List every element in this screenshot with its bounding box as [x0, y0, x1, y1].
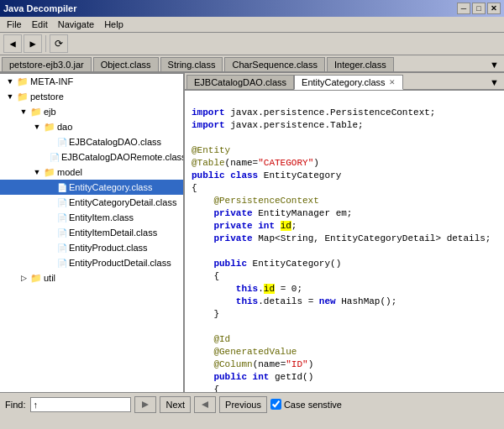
svg-marker-0 [142, 401, 149, 408]
tree-node-entityitemdetail[interactable]: ▷ 📄 EntityItemDetail.class [0, 225, 183, 240]
menu-file[interactable]: File [2, 18, 27, 30]
tree-node-ejbcatalogdaoremote[interactable]: ▷ 📄 EJBCatalogDAORemote.class [0, 149, 183, 165]
tree-node-util[interactable]: ▷ 📁 util [0, 270, 183, 285]
folder-icon-petstore: 📁 [17, 92, 29, 102]
tab-charsequence-class[interactable]: CharSequence.class [224, 57, 325, 71]
file-icon-entitycategorydetail: 📄 [57, 198, 67, 207]
code-content[interactable]: import javax.persistence.PersistenceCont… [185, 91, 504, 392]
menu-help[interactable]: Help [99, 18, 129, 30]
folder-icon-model: 📁 [44, 167, 55, 178]
content-area: ▼ 📁 META-INF ▼ 📁 petstore ▼ 📁 ejb ▼ 📁 da… [0, 73, 504, 392]
tab-entitycategory[interactable]: EntityCategory.class ✕ [294, 75, 402, 90]
minimize-button[interactable]: ─ [457, 3, 470, 14]
tab-charsequence-label: CharSequence.class [232, 60, 318, 70]
folder-icon-util: 📁 [30, 273, 42, 284]
label-ejb: ejb [44, 107, 56, 117]
tree-node-ejb[interactable]: ▼ 📁 ejb [0, 104, 183, 119]
tab-entitycategory-close[interactable]: ✕ [389, 78, 396, 86]
back-button[interactable]: ◀ [3, 34, 22, 53]
expander-model[interactable]: ▼ [30, 165, 44, 179]
forward-button[interactable]: ▶ [24, 34, 42, 53]
window-title: Java Decompiler [3, 3, 76, 13]
label-ejbcatalogdaoremote: EJBCatalogDAORemote.class [61, 152, 185, 162]
editor-tab-scroll[interactable]: ▼ [486, 76, 502, 89]
file-icon-ejbcatalogdao: 📄 [57, 138, 67, 147]
expander-meta-inf[interactable]: ▼ [3, 75, 17, 88]
tab-integer-class[interactable]: Integer.class [327, 57, 394, 71]
tab-object-class[interactable]: Object.class [93, 57, 159, 71]
file-icon-entityitemdetail: 📄 [57, 228, 67, 238]
editor-tab-bar: EJBCatalogDAO.class EntityCategory.class… [185, 73, 504, 91]
code-line-5: @Table(name="CATEGORY") [192, 158, 319, 168]
tab-scroll-btn[interactable]: ▼ [486, 58, 502, 71]
tree-node-model[interactable]: ▼ 📁 model [0, 165, 183, 180]
case-sensitive-label[interactable]: Case senstive [270, 399, 342, 410]
folder-icon-ejb: 📁 [30, 107, 42, 118]
case-sensitive-checkbox[interactable] [270, 399, 281, 410]
code-line-15: this.id = 0; [192, 284, 302, 294]
previous-button[interactable]: Previous [219, 396, 267, 413]
file-icon-entityproductdetail: 📄 [57, 259, 67, 268]
tree-node-entitycategory[interactable]: ▷ 📄 EntityCategory.class [0, 180, 183, 195]
tab-string-label: String.class [168, 60, 216, 70]
tab-jar[interactable]: petstore-ejb3.0.jar [2, 57, 92, 71]
find-bar: Find: Next Previous Case senstive [0, 392, 504, 416]
label-entityitemdetail: EntityItemDetail.class [69, 228, 157, 238]
code-line-9: private EntityManager em; [192, 208, 352, 218]
code-line-3 [192, 133, 197, 143]
code-line-20: @GeneratedValue [192, 347, 297, 357]
expander-util[interactable]: ▷ [17, 271, 30, 285]
next-button[interactable]: Next [160, 396, 191, 413]
label-petstore: petstore [30, 92, 64, 102]
case-sensitive-text: Case senstive [284, 400, 342, 410]
tab-ejbcatalogdao[interactable]: EJBCatalogDAO.class [186, 75, 294, 89]
code-line-18 [192, 322, 197, 332]
label-entitycategory: EntityCategory.class [69, 182, 152, 192]
code-line-2: import javax.persistence.Table; [192, 120, 364, 130]
label-entityproduct: EntityProduct.class [69, 243, 148, 253]
code-line-14: { [192, 271, 219, 281]
code-line-19: @Id [192, 334, 230, 344]
find-input[interactable] [30, 397, 131, 412]
tree-node-entityproduct[interactable]: ▷ 📄 EntityProduct.class [0, 240, 183, 255]
file-icon-ejbcatalogdaoremote: 📄 [50, 153, 60, 162]
tree-node-entitycategorydetail[interactable]: ▷ 📄 EntityCategoryDetail.class [0, 195, 183, 210]
window-controls: ─ □ ✕ [457, 3, 501, 14]
code-line-11: private Map<String, EntityCategoryDetail… [192, 233, 491, 243]
maximize-button[interactable]: □ [472, 3, 486, 14]
next-icon [134, 396, 156, 413]
code-line-4: @Entity [192, 145, 230, 155]
label-meta-inf: META-INF [30, 76, 73, 86]
tree-node-petstore[interactable]: ▼ 📁 petstore [0, 89, 183, 104]
tab-ejbcatalogdao-label: EJBCatalogDAO.class [194, 77, 286, 87]
code-line-12 [192, 246, 197, 256]
toolbar: ◀ ▶ ⟳ [0, 33, 504, 55]
file-icon-entitycategory: 📄 [57, 183, 67, 192]
code-line-17: } [192, 309, 219, 319]
code-line-8: @PersistenceContext [192, 196, 319, 206]
tree-node-dao[interactable]: ▼ 📁 dao [0, 119, 183, 134]
label-ejbcatalogdao: EJBCatalogDAO.class [69, 137, 161, 147]
code-line-7: { [192, 183, 197, 193]
svg-marker-1 [202, 401, 208, 408]
title-bar: Java Decompiler ─ □ ✕ [0, 0, 504, 17]
tab-integer-label: Integer.class [334, 60, 386, 70]
menu-edit[interactable]: Edit [27, 18, 53, 30]
refresh-button[interactable]: ⟳ [50, 34, 68, 53]
expander-dao[interactable]: ▼ [30, 120, 44, 133]
tab-string-class[interactable]: String.class [160, 57, 223, 71]
tab-jar-label: petstore-ejb3.0.jar [9, 60, 84, 70]
tree-node-entityitem[interactable]: ▷ 📄 EntityItem.class [0, 210, 183, 225]
menu-navigate[interactable]: Navigate [53, 18, 99, 30]
code-line-1: import javax.persistence.PersistenceCont… [192, 107, 435, 118]
tree-node-meta-inf[interactable]: ▼ 📁 META-INF [0, 74, 183, 89]
tree-node-ejbcatalogdao[interactable]: ▷ 📄 EJBCatalogDAO.class [0, 134, 183, 149]
expander-petstore[interactable]: ▼ [3, 90, 17, 103]
close-button[interactable]: ✕ [487, 3, 501, 14]
tree-node-entityproductdetail[interactable]: ▷ 📄 EntityProductDetail.class [0, 255, 183, 270]
next-btn-label: Next [165, 400, 185, 410]
folder-icon-dao: 📁 [44, 122, 55, 133]
file-icon-entityproduct: 📄 [57, 243, 67, 253]
label-entitycategorydetail: EntityCategoryDetail.class [69, 197, 176, 207]
expander-ejb[interactable]: ▼ [17, 105, 30, 118]
